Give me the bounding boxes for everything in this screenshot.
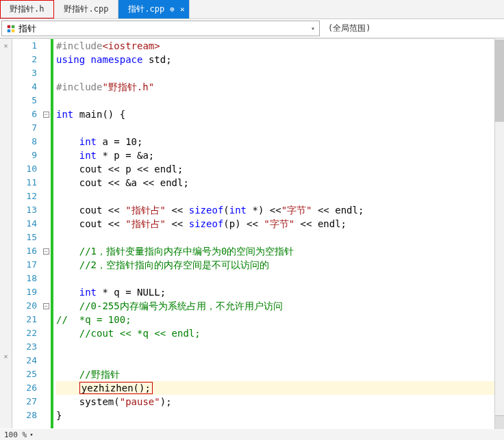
vertical-scrollbar[interactable] [494, 38, 504, 429]
collapse-icon[interactable]: ✕ [0, 42, 12, 49]
code-line[interactable]: } [56, 409, 504, 422]
fold-cell [41, 80, 51, 94]
chevron-down-icon: ▾ [311, 25, 315, 32]
code-line[interactable]: //cout << *q << endl; [56, 326, 504, 340]
line-number: 3 [12, 66, 37, 80]
line-number: 1 [12, 39, 37, 53]
line-number: 20 [12, 299, 37, 313]
code-line[interactable]: int * p = &a; [56, 148, 504, 162]
code-line[interactable] [56, 272, 504, 285]
fold-cell [41, 53, 51, 66]
fold-cell [41, 231, 51, 244]
line-number: 9 [12, 148, 37, 162]
fold-cell [41, 258, 51, 272]
scope-class-dropdown[interactable]: 指针 ▾ [1, 21, 320, 36]
line-number: 28 [12, 409, 37, 422]
code-line[interactable]: cout << "指针占" << sizeof(p) << "字节" << en… [56, 217, 504, 231]
tab-1[interactable]: 野指针.cpp [54, 0, 118, 18]
code-line[interactable] [56, 340, 504, 354]
fold-cell [41, 66, 51, 80]
line-number: 21 [12, 313, 37, 326]
svg-rect-3 [12, 29, 14, 31]
line-number: 26 [12, 381, 37, 395]
line-number: 2 [12, 53, 37, 66]
fold-cell [41, 326, 51, 340]
line-number: 5 [12, 94, 37, 107]
code-line[interactable]: int * q = NULL; [56, 285, 504, 299]
fold-cell [41, 162, 51, 176]
line-number: 13 [12, 203, 37, 217]
fold-toggle-icon[interactable]: − [43, 112, 49, 118]
line-number: 22 [12, 326, 37, 340]
svg-rect-2 [8, 29, 10, 31]
fold-cell [41, 409, 51, 422]
line-number: 23 [12, 340, 37, 354]
svg-rect-0 [8, 25, 10, 27]
code-line[interactable] [56, 94, 504, 107]
fold-toggle-icon[interactable]: − [43, 248, 49, 255]
code-line[interactable]: //2，空指针指向的内存空间是不可以访问的 [56, 258, 504, 272]
code-line[interactable]: system("pause"); [56, 395, 504, 409]
line-number: 6 [12, 107, 37, 121]
line-number: 7 [12, 121, 37, 135]
line-number: 19 [12, 285, 37, 299]
code-line[interactable]: int a = 10; [56, 135, 504, 148]
line-number: 11 [12, 176, 37, 190]
line-number: 8 [12, 135, 37, 148]
code-line[interactable]: //1，指针变量指向内存中编号为0的空间为空指针 [56, 244, 504, 258]
code-line[interactable]: cout << p << endl; [56, 162, 504, 176]
code-line[interactable] [56, 121, 504, 135]
outline-margin: ✕ ✕ [0, 39, 12, 428]
zoom-level[interactable]: 100 % [4, 430, 27, 439]
tab-2[interactable]: 指针.cpp⊕✕ [118, 0, 189, 18]
code-line[interactable]: #include<iostream> [56, 39, 504, 53]
line-number: 10 [12, 162, 37, 176]
fold-cell [41, 395, 51, 409]
code-area[interactable]: #include<iostream>using namespace std;#i… [53, 39, 504, 428]
fold-cell [41, 217, 51, 231]
tab-label: 野指针.cpp [64, 3, 108, 15]
code-line[interactable]: yezhizhen(); [56, 381, 504, 395]
code-line[interactable] [56, 231, 504, 244]
code-line[interactable] [56, 190, 504, 203]
fold-cell [41, 285, 51, 299]
code-line[interactable]: cout << &a << endl; [56, 176, 504, 190]
collapse-icon[interactable]: ✕ [0, 352, 12, 360]
fold-cell [41, 176, 51, 190]
code-line[interactable]: //野指针 [56, 367, 504, 381]
close-icon[interactable]: ✕ [180, 5, 185, 14]
tab-bar: 野指针.h野指针.cpp指针.cpp⊕✕ [0, 0, 504, 19]
scrollbar-down-button[interactable] [495, 415, 504, 429]
line-number-gutter: 1234567891011121314151617181920212223242… [12, 39, 41, 428]
fold-cell[interactable]: − [41, 299, 51, 313]
code-line[interactable] [56, 354, 504, 367]
line-number: 15 [12, 231, 37, 244]
chevron-down-icon[interactable]: ▾ [29, 431, 33, 438]
scope-scope-dropdown[interactable]: (全局范围) [321, 19, 377, 38]
line-number: 12 [12, 190, 37, 203]
fold-cell [41, 121, 51, 135]
fold-cell[interactable]: − [41, 107, 51, 121]
scrollbar-thumb[interactable] [495, 40, 504, 122]
scope-scope-label: (全局范围) [328, 23, 370, 34]
fold-cell [41, 39, 51, 53]
code-line[interactable]: #include"野指针.h" [56, 80, 504, 94]
code-line[interactable]: using namespace std; [56, 53, 504, 66]
code-line[interactable] [56, 66, 504, 80]
fold-cell [41, 340, 51, 354]
fold-cell [41, 148, 51, 162]
code-line[interactable]: int main() { [56, 107, 504, 121]
fold-cell [41, 354, 51, 367]
scope-bar: 指针 ▾ (全局范围) [0, 19, 504, 38]
pin-icon[interactable]: ⊕ [170, 5, 175, 14]
svg-rect-1 [12, 25, 14, 27]
tab-0[interactable]: 野指针.h [0, 0, 54, 18]
code-line[interactable]: // *q = 100; [56, 313, 504, 326]
line-number: 27 [12, 395, 37, 409]
line-number: 16 [12, 244, 37, 258]
fold-cell[interactable]: − [41, 244, 51, 258]
line-number: 18 [12, 272, 37, 285]
fold-toggle-icon[interactable]: − [43, 303, 49, 309]
code-line[interactable]: //0-255内存编号为系统占用，不允许用户访问 [56, 299, 504, 313]
code-line[interactable]: cout << "指针占" << sizeof(int *) <<"字节" <<… [56, 203, 504, 217]
